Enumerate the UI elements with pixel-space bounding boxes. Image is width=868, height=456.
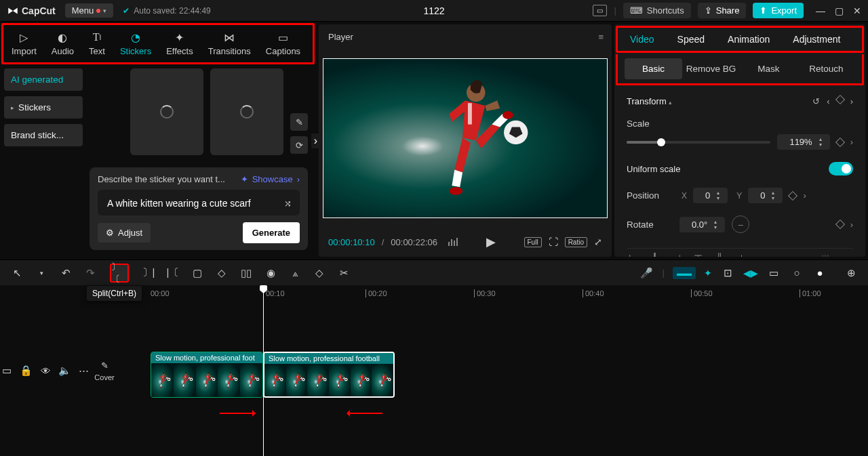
rp-sub-retouch[interactable]: Retouch xyxy=(797,58,855,79)
delete-icon[interactable]: ▢ xyxy=(190,267,205,279)
pointer-tool[interactable]: ↖ xyxy=(9,267,24,279)
track-lock-icon[interactable]: 🔒 xyxy=(19,365,33,377)
keyframe-icon[interactable] xyxy=(835,95,845,104)
prev-keyframe-icon[interactable]: ‹ xyxy=(827,96,829,106)
play-button[interactable]: ▶ xyxy=(486,234,496,249)
align-left-icon[interactable]: ⊢ xyxy=(627,253,639,257)
align-top-icon[interactable]: ⊤ xyxy=(692,253,704,257)
full-button[interactable]: Full xyxy=(524,237,542,247)
next-keyframe-icon[interactable]: › xyxy=(803,190,806,201)
sticker-cell[interactable] xyxy=(130,68,203,155)
snap-button[interactable]: ✦ xyxy=(704,268,712,278)
marker-icon[interactable]: ◇ xyxy=(214,267,229,279)
shuffle-icon[interactable]: ⤭ xyxy=(284,199,292,209)
reverse-icon[interactable]: ⟁ xyxy=(288,267,302,278)
link-icon[interactable]: ⊡ xyxy=(720,267,735,279)
tab-stickers[interactable]: ◔Stickers xyxy=(120,31,151,56)
align-right-icon[interactable]: ⊣ xyxy=(670,253,682,257)
refresh-grid-button[interactable]: ⟳ xyxy=(290,136,308,154)
y-value-box[interactable]: 0▴▾ xyxy=(748,188,783,203)
zoom-out-icon[interactable]: ○ xyxy=(789,267,804,278)
sidebar-item-brand[interactable]: Brand stick... xyxy=(4,124,83,146)
crop-icon[interactable]: ✂ xyxy=(336,267,351,279)
split-button[interactable]: 〕〔 xyxy=(110,264,129,283)
playhead[interactable] xyxy=(263,285,264,456)
rp-sub-mask[interactable]: Mask xyxy=(740,58,797,79)
rp-tab-adjustment[interactable]: Adjustment xyxy=(793,34,840,45)
rp-sub-removebg[interactable]: Remove BG xyxy=(682,58,740,79)
track-mute-icon[interactable]: 🔈 xyxy=(58,365,71,377)
trim-right-icon[interactable]: |〔 xyxy=(165,266,180,279)
align-bottom-icon[interactable]: ⊥ xyxy=(735,253,747,257)
speed-icon[interactable]: ◉ xyxy=(263,267,278,279)
sticker-cell[interactable] xyxy=(210,68,283,155)
sidebar-item-stickers[interactable]: ▸Stickers xyxy=(4,96,83,119)
cover-button[interactable]: ✎ Cover xyxy=(94,360,114,381)
fullscreen-icon[interactable]: ⤢ xyxy=(594,236,602,247)
player-menu-icon[interactable]: ≡ xyxy=(598,32,602,42)
rp-tab-speed[interactable]: Speed xyxy=(677,34,705,45)
shortcuts-button[interactable]: ⌨ Shortcuts xyxy=(623,3,691,18)
close-button[interactable]: ✕ xyxy=(853,5,861,16)
x-value-box[interactable]: 0▴▾ xyxy=(693,188,728,203)
keyframe-icon[interactable] xyxy=(788,190,797,200)
distribute-h-icon[interactable]: ||| xyxy=(819,253,831,257)
tab-captions[interactable]: ▭Captions xyxy=(266,31,300,56)
tab-transitions[interactable]: ⋈Transitions xyxy=(208,31,251,56)
scale-value-box[interactable]: 119%▴▾ xyxy=(777,134,829,150)
magnetic-button[interactable]: ▬▬ xyxy=(673,267,696,279)
edit-grid-button[interactable]: ✎ xyxy=(290,113,308,131)
tab-import[interactable]: ▷Import xyxy=(12,31,37,56)
timeline-ruler[interactable]: 00:00 00:10 00:20 00:30 00:40 00:50 01:0… xyxy=(118,285,868,304)
slider-thumb[interactable] xyxy=(657,138,665,146)
trim-left-icon[interactable]: 〕| xyxy=(141,266,156,279)
clip-2[interactable]: Slow motion, professional football xyxy=(263,352,395,398)
tab-text[interactable]: TIText xyxy=(89,31,105,56)
minimize-button[interactable]: — xyxy=(816,5,825,16)
zoom-in-icon[interactable]: ⊕ xyxy=(844,267,859,279)
player-viewport[interactable] xyxy=(319,49,612,227)
export-button[interactable]: ⬆ Export xyxy=(753,3,804,18)
keyframe-icon[interactable] xyxy=(835,220,845,229)
share-button[interactable]: ⇪ Share xyxy=(698,3,747,18)
reset-icon[interactable]: ↺ xyxy=(812,96,820,106)
uniform-toggle[interactable] xyxy=(829,162,853,175)
align-center-v-icon[interactable]: ╫ xyxy=(713,253,726,257)
ratio-button[interactable]: Ratio xyxy=(565,237,587,247)
scale-slider[interactable] xyxy=(627,141,770,144)
rotate-icon[interactable]: ◇ xyxy=(312,267,327,279)
align-center-h-icon[interactable]: ╋ xyxy=(648,253,660,257)
clip-1[interactable]: Slow motion, professional foot xyxy=(151,352,263,398)
layout-icon[interactable]: ▭ xyxy=(593,5,607,16)
prompt-input[interactable]: A white kitten wearing a cute scarf ⤭ xyxy=(98,190,300,215)
track-collapse-icon[interactable]: ▭ xyxy=(0,365,14,377)
next-keyframe-icon[interactable]: › xyxy=(850,137,853,147)
distribute-v-icon[interactable]: ≡ xyxy=(841,253,853,257)
monitor-icon[interactable]: ▭ xyxy=(766,267,781,279)
tabs-next-icon[interactable]: › xyxy=(311,133,320,148)
next-keyframe-icon[interactable]: › xyxy=(850,220,853,230)
zoom-slider-thumb[interactable]: ● xyxy=(812,267,827,278)
adjust-button[interactable]: ⚙Adjust xyxy=(98,223,151,243)
generate-button[interactable]: Generate xyxy=(243,222,300,243)
undo-button[interactable]: ↶ xyxy=(58,267,73,279)
preview-button[interactable]: ◀▶ xyxy=(743,268,758,278)
keyframe-icon[interactable] xyxy=(835,137,845,146)
showcase-button[interactable]: ✦Showcase› xyxy=(241,174,300,184)
rp-tab-animation[interactable]: Animation xyxy=(728,34,770,45)
next-keyframe-icon[interactable]: › xyxy=(850,96,853,106)
rotate-dial[interactable]: – xyxy=(732,215,749,233)
tab-effects[interactable]: ✦Effects xyxy=(166,31,193,56)
maximize-button[interactable]: ▢ xyxy=(835,5,844,16)
audio-meter-icon[interactable] xyxy=(448,238,458,246)
tool-dropdown[interactable]: ▾ xyxy=(34,270,49,276)
redo-button[interactable]: ↷ xyxy=(83,267,98,279)
rotate-value-box[interactable]: 0.0°▴▾ xyxy=(679,217,725,232)
timeline-area[interactable]: 00:00 00:10 00:20 00:30 00:40 00:50 01:0… xyxy=(118,285,868,456)
mic-icon[interactable]: 🎤 xyxy=(639,267,654,279)
track-more-icon[interactable]: ⋯ xyxy=(77,365,91,377)
tab-audio[interactable]: ◐Audio xyxy=(52,31,74,56)
rp-tab-video[interactable]: Video xyxy=(630,34,654,45)
crop-icon[interactable]: ⛶ xyxy=(549,236,558,247)
mirror-icon[interactable]: ▯▯ xyxy=(239,267,254,279)
